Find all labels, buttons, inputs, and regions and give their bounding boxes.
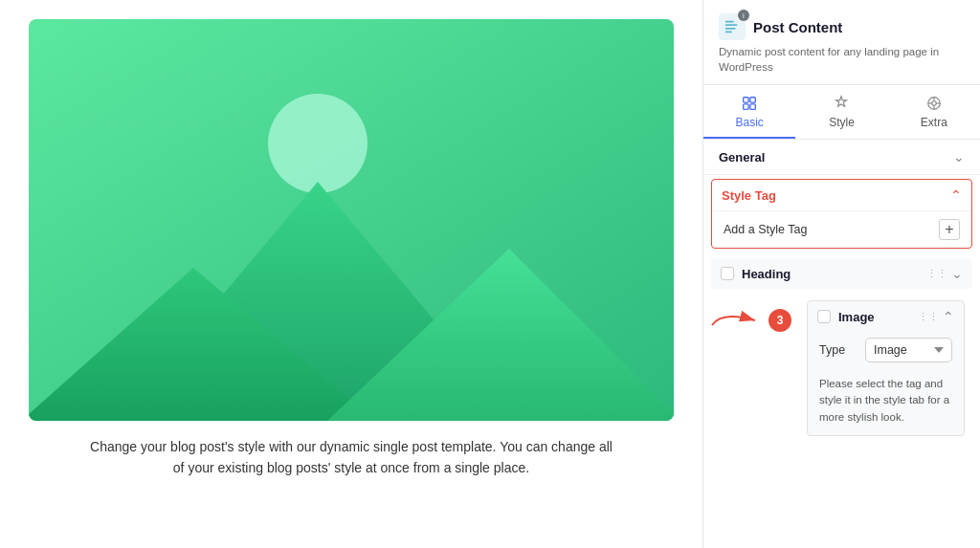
panel-content: General ⌄ Style Tag ⌃ Add a Style Tag + … [703, 140, 980, 442]
image-tag-item-inner: Image ⋮⋮ ⌃ Type Image Please select the … [807, 300, 965, 436]
widget-icon: i [719, 13, 746, 40]
svg-rect-7 [725, 28, 736, 30]
tab-basic-label: Basic [735, 116, 763, 129]
general-section-label: General [719, 150, 765, 164]
type-row: Type Image [808, 332, 964, 368]
widget-header: i Post Content Dynamic post content for … [703, 0, 980, 85]
heading-tag-header[interactable]: Heading ⋮⋮ ⌄ [711, 258, 972, 289]
step-badge: 3 [768, 309, 791, 332]
widget-badge: i [738, 10, 749, 21]
heading-tag-item: Heading ⋮⋮ ⌄ [711, 258, 972, 289]
left-panel: Change your blog post's style with our d… [0, 0, 702, 548]
type-select[interactable]: Image [865, 338, 952, 362]
widget-description: Dynamic post content for any landing pag… [719, 44, 965, 75]
heading-chevron-icon: ⌄ [951, 266, 963, 281]
tab-style-label: Style [829, 116, 855, 129]
heading-drag-icon[interactable]: ⋮⋮ [926, 268, 947, 280]
style-tab-icon [833, 95, 850, 112]
image-chevron-icon: ⌃ [943, 309, 954, 324]
image-tag-item: Image ⋮⋮ ⌃ Type Image Please select the … [799, 295, 972, 442]
style-tag-label: Style Tag [722, 188, 776, 203]
image-tag-section: 3 Image ⋮⋮ ⌃ Type [703, 295, 980, 442]
widget-name: Post Content [753, 19, 842, 35]
general-section-row[interactable]: General ⌄ [703, 140, 980, 175]
image-tag-label: Image [838, 310, 910, 324]
style-tag-header-row[interactable]: Style Tag ⌃ [712, 180, 971, 210]
image-tag-header[interactable]: Image ⋮⋮ ⌃ [808, 301, 964, 332]
tab-extra-label: Extra [921, 116, 947, 129]
heading-checkbox[interactable] [721, 267, 734, 280]
image-checkbox[interactable] [817, 310, 831, 323]
info-text: Please select the tag and style it in th… [808, 368, 964, 435]
basic-tab-icon [741, 95, 758, 112]
step-arrow-container: 3 [703, 295, 791, 335]
image-drag-icon[interactable]: ⋮⋮ [918, 311, 939, 323]
tab-extra[interactable]: Extra [888, 85, 980, 139]
svg-rect-8 [725, 32, 732, 33]
heading-tag-label: Heading [742, 267, 919, 281]
tabs-bar: Basic Style Extra [703, 85, 980, 140]
extra-tab-icon [925, 95, 943, 112]
blog-image-preview [29, 19, 674, 421]
heading-tag-actions: ⋮⋮ ⌄ [926, 266, 963, 281]
style-tag-section: Style Tag ⌃ Add a Style Tag + [711, 179, 972, 249]
svg-rect-12 [750, 104, 755, 109]
svg-rect-6 [725, 24, 738, 26]
add-style-tag-label: Add a Style Tag [724, 223, 807, 236]
add-style-tag-button[interactable]: + [939, 219, 960, 240]
svg-point-14 [932, 101, 937, 106]
svg-rect-11 [744, 104, 748, 109]
tab-basic[interactable]: Basic [703, 85, 795, 139]
svg-point-1 [268, 94, 368, 193]
general-chevron-icon: ⌄ [953, 149, 965, 164]
svg-rect-9 [744, 98, 748, 102]
image-tag-actions: ⋮⋮ ⌃ [918, 309, 954, 324]
type-label: Type [819, 343, 858, 357]
right-panel: i Post Content Dynamic post content for … [702, 0, 980, 548]
svg-rect-10 [750, 98, 755, 102]
step-arrow-icon [707, 306, 765, 335]
tab-style[interactable]: Style [795, 85, 887, 139]
svg-rect-5 [725, 21, 734, 23]
post-content-icon [724, 18, 741, 35]
style-tag-chevron-icon: ⌃ [950, 187, 962, 203]
add-style-tag-row: Add a Style Tag + [712, 210, 971, 248]
image-caption: Change your blog post's style with our d… [90, 436, 612, 479]
